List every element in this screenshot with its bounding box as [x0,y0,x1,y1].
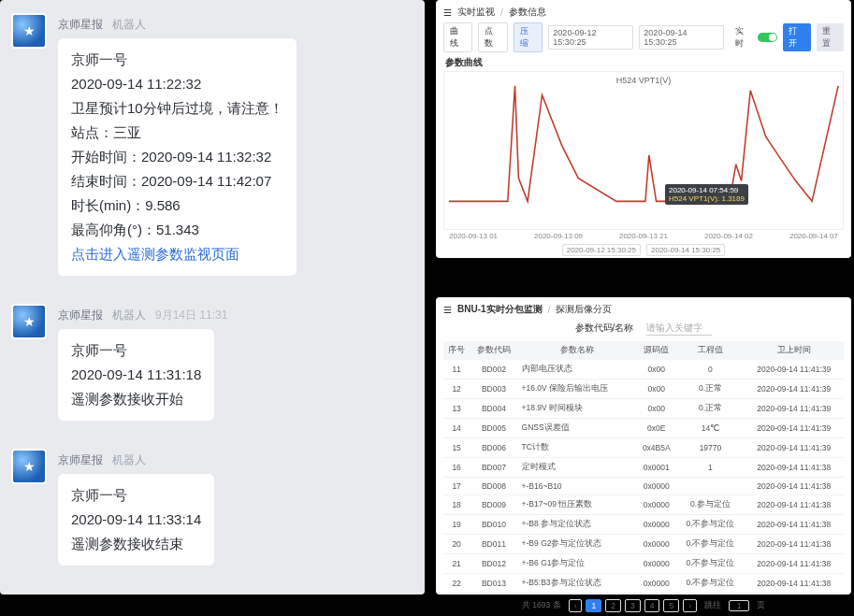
table-row[interactable]: 15BD006TC计数0x4B5A197702020-09-14 11:41:3… [443,438,844,458]
avatar[interactable] [11,13,47,49]
cell-val: 0.参与定位 [676,495,744,515]
cell-val: 0.不参与定位 [676,535,744,554]
chart-range-footer: 2020-09-12 15:30:25 2020-09-14 15:30:25 [443,244,844,256]
pager-prev[interactable]: ‹ [569,599,583,612]
reset-button[interactable]: 重置 [817,23,844,51]
cell-idx: 19 [443,515,470,535]
cell-name: +-B9 G2参与定位状态 [518,535,637,554]
tab-point[interactable]: 点数 [478,22,507,52]
crumb-item[interactable]: 实时监视 [457,6,495,19]
message-block-3: 京师星报 机器人 京师一号 2020-09-14 11:33:14 遥测参数接收… [17,452,408,566]
cell-time: 2020-09-14 11:41:39 [744,399,844,419]
telemetry-link[interactable]: 点击进入遥测参数监视页面 [71,246,239,262]
bubble-line: 京师一号 [71,338,201,363]
cell-name: +16.0V 保险后输出电压 [518,380,637,399]
pager-jump-input[interactable]: 1 [729,600,749,611]
x-tick: 2020-09-14 02 [704,232,753,240]
pager-page[interactable]: 5 [663,599,679,612]
cell-idx: 20 [443,535,470,554]
bubble-label: 站点： [71,124,113,140]
table-row[interactable]: 16BD007定时模式0x000112020-09-14 11:41:38 [443,458,844,478]
pager-next[interactable]: › [683,599,697,612]
cell-code: BD013 [470,574,517,594]
table-row[interactable]: 12BD003+16.0V 保险后输出电压0x000.正常2020-09-14 … [443,380,844,399]
cell-code: BD007 [470,458,517,478]
live-label: 实时 [735,25,751,50]
bubble-line: 遥测参数接收结束 [71,532,201,556]
chart-card: ☰ 实时监视 / 参数信息 曲线 点数 压缩 2020-09-12 15:30:… [436,0,851,258]
cell-raw: 0x0E [636,419,676,438]
cell-name: +18.9V 时间模块 [518,399,637,419]
sender-name: 京师星报 [58,452,103,468]
cell-time: 2020-09-14 11:41:39 [744,419,844,438]
th-code: 参数代码 [470,341,517,360]
pager-page[interactable]: 1 [586,599,601,612]
bubble-value: 三亚 [113,124,141,140]
search-input[interactable]: 请输入关键字 [646,322,712,336]
table-row[interactable]: 19BD010+-B8 参与定位状态0x00000.不参与定位2020-09-1… [443,515,844,535]
cell-raw: 0x0000 [636,515,676,535]
cell-idx: 22 [443,574,470,594]
cell-val [676,478,744,495]
pager-page[interactable]: 4 [644,599,660,612]
footer-to: 2020-09-14 15:30:25 [646,244,725,256]
x-tick: 2020-09-13 01 [449,232,498,240]
menu-icon[interactable]: ☰ [443,305,452,315]
cell-name: TC计数 [518,438,637,458]
x-tick: 2020-09-13 21 [619,232,668,240]
date-to-input[interactable]: 2020-09-14 15:30:25 [639,25,724,50]
x-tick: 2020-09-14 07 [789,232,838,240]
cell-idx: 12 [443,380,470,399]
pager-page[interactable]: 2 [605,599,621,612]
cell-raw: 0x00 [636,380,676,399]
date-from-input[interactable]: 2020-09-12 15:30:25 [548,25,633,50]
open-button[interactable]: 打开 [783,23,810,51]
tab-compress[interactable]: 压缩 [514,22,543,52]
cell-code: BD009 [470,495,517,515]
sender-name: 京师星报 [58,17,103,33]
bubble-line: 遥测参数接收开始 [71,387,201,411]
menu-icon[interactable]: ☰ [443,7,452,18]
telemetry-table-card: ☰ BNU-1实时分包监测 / 探测后像分页 参数代码/名称 请输入关键字 序号… [436,297,851,595]
cell-raw: 0x0000 [636,554,676,574]
live-toggle[interactable] [758,33,777,42]
cell-val: 0 [676,360,744,380]
cell-time: 2020-09-14 11:41:38 [744,574,844,594]
bubble-label: 时长(min)： [71,197,145,213]
cell-name: 内部电压状态 [518,360,637,380]
cell-time: 2020-09-14 11:41:38 [744,554,844,574]
bubble-3: 京师一号 2020-09-14 11:33:14 遥测参数接收结束 [58,474,214,566]
search-label: 参数代码/名称 [575,322,634,336]
cell-raw: 0x00 [636,360,676,380]
chart-panel-label: 参数曲线 [445,56,844,69]
table-row[interactable]: 14BD005GNSS误差值0x0E14℃2020-09-14 11:41:39 [443,419,844,438]
cell-raw: 0x0000 [636,478,676,495]
cell-code: BD011 [470,535,517,554]
cell-code: BD006 [470,438,517,458]
table-row[interactable]: 11BD002内部电压状态0x0002020-09-14 11:41:39 [443,360,844,380]
line-chart[interactable]: H524 VPT1(V) 2020-09-14 07:54:59 H524 VP… [443,71,844,230]
avatar[interactable] [11,304,47,339]
cell-idx: 18 [443,495,470,515]
page-title: BNU-1实时分包监测 [457,303,543,316]
cell-val: 0.正常 [676,380,744,399]
table-row[interactable]: 21BD012+-B6 G1参与定位0x00000.不参与定位2020-09-1… [443,554,844,574]
bot-tag: 机器人 [112,17,146,33]
avatar[interactable] [11,449,47,484]
table-row[interactable]: 17BD008+-B16~B100x00002020-09-14 11:41:3… [443,478,844,495]
cell-name: +-B6 G1参与定位 [518,554,637,574]
table-row[interactable]: 20BD011+-B9 G2参与定位状态0x00000.不参与定位2020-09… [443,535,844,554]
table-row[interactable]: 22BD013+-B5:B3参与定位状态0x00000.不参与定位2020-09… [443,574,844,594]
pager-page[interactable]: 3 [625,599,641,612]
bubble-label: 开始时间： [71,149,141,165]
cell-code: BD010 [470,515,517,535]
cell-idx: 16 [443,458,470,478]
cell-val: 0.不参与定位 [676,554,744,574]
tab-line[interactable]: 曲线 [443,22,472,52]
cell-name: +-B8 参与定位状态 [518,515,637,535]
pager: 共 1693 条 ‹ 1 2 3 4 5 › 跳往 1 页 [443,599,844,612]
cell-idx: 14 [443,419,470,438]
bubble-1: 京师一号 2020-09-14 11:22:32 卫星预计10分钟后过境，请注意… [58,38,297,276]
table-row[interactable]: 18BD009+-B17~09 恒压素数0x00000.参与定位2020-09-… [443,495,844,515]
table-row[interactable]: 13BD004+18.9V 时间模块0x000.正常2020-09-14 11:… [443,399,844,419]
